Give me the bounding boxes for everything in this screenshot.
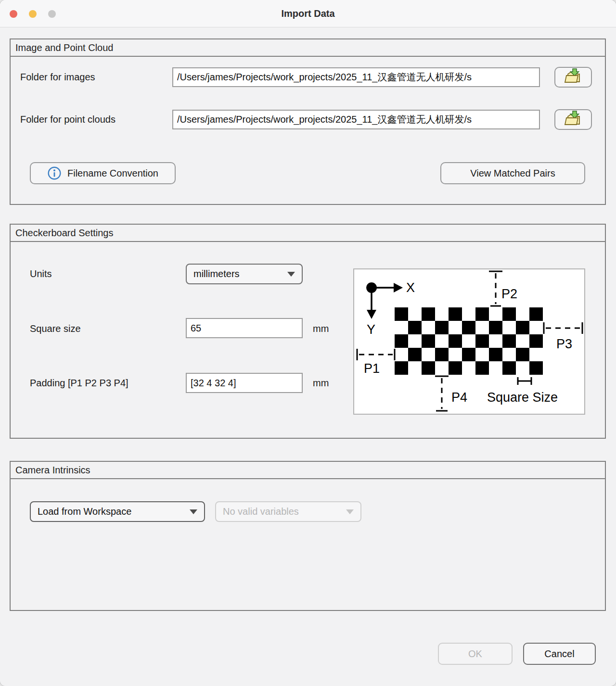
units-dropdown-value: millimeters: [193, 268, 240, 279]
close-button[interactable]: [10, 10, 17, 18]
padding-label: Padding [P1 P2 P3 P4]: [30, 378, 128, 389]
p1-label: P1: [364, 361, 380, 376]
checkerboard-settings-header: Checkerboard Settings: [11, 225, 605, 242]
cancel-button[interactable]: Cancel: [523, 643, 596, 665]
padding-unit: mm: [313, 378, 329, 389]
folder-pointclouds-label: Folder for point clouds: [20, 114, 116, 125]
padding-input[interactable]: [186, 373, 303, 393]
info-icon: [47, 166, 62, 180]
minimize-button[interactable]: [29, 10, 37, 18]
filename-convention-label: Filename Convention: [67, 168, 158, 179]
square-size-unit: mm: [313, 323, 329, 334]
p2-label: P2: [501, 287, 517, 301]
checkerboard-diagram-svg: X Y P2 P3 P1 P4: [354, 269, 584, 414]
dialog-title: Import Data: [281, 8, 334, 19]
folder-images-label: Folder for images: [20, 72, 95, 83]
chevron-down-icon: [346, 509, 354, 514]
cancel-button-label: Cancel: [544, 648, 574, 660]
folder-images-input[interactable]: [172, 67, 540, 87]
checkerboard-diagram: X Y P2 P3 P1 P4: [353, 268, 585, 415]
x-axis-label: X: [406, 280, 415, 295]
p3-label: P3: [556, 337, 572, 351]
view-matched-pairs-label: View Matched Pairs: [470, 168, 555, 179]
camera-intrinsics-panel: Camera Intrinsics: [10, 461, 606, 611]
chevron-down-icon: [287, 272, 295, 277]
intrinsics-source-value: Load from Workspace: [38, 506, 131, 517]
zoom-button: [48, 10, 56, 18]
square-size-caption: Square Size: [487, 390, 558, 405]
y-axis-arrow-icon: [367, 310, 376, 319]
open-folder-icon: [564, 111, 583, 129]
folder-pointclouds-input[interactable]: [172, 110, 540, 129]
ok-button-label: OK: [468, 648, 482, 660]
units-dropdown[interactable]: millimeters: [186, 264, 303, 284]
y-axis-label: Y: [367, 322, 375, 337]
open-folder-icon: [564, 68, 583, 87]
browse-images-button[interactable]: [554, 67, 592, 88]
intrinsics-variable-value: No valid variables: [223, 506, 299, 517]
filename-convention-button[interactable]: Filename Convention: [30, 162, 176, 184]
p4-label: P4: [451, 390, 467, 405]
image-point-cloud-header: Image and Point Cloud: [11, 39, 605, 57]
checkerboard-pattern: [395, 307, 543, 375]
intrinsics-source-dropdown[interactable]: Load from Workspace: [30, 501, 205, 522]
browse-pointclouds-button[interactable]: [554, 109, 592, 130]
camera-intrinsics-header: Camera Intrinsics: [11, 462, 605, 479]
x-axis-arrow-icon: [394, 283, 403, 292]
square-size-input[interactable]: [186, 318, 303, 338]
ok-button[interactable]: OK: [438, 643, 513, 665]
view-matched-pairs-button[interactable]: View Matched Pairs: [440, 162, 585, 184]
intrinsics-variable-dropdown: No valid variables: [215, 501, 361, 522]
square-size-label: Square size: [30, 323, 81, 334]
units-label: Units: [30, 268, 52, 279]
chevron-down-icon: [190, 509, 197, 514]
import-data-dialog: Import Data Image and Point Cloud Folder…: [0, 0, 616, 686]
title-bar: Import Data: [0, 0, 616, 27]
